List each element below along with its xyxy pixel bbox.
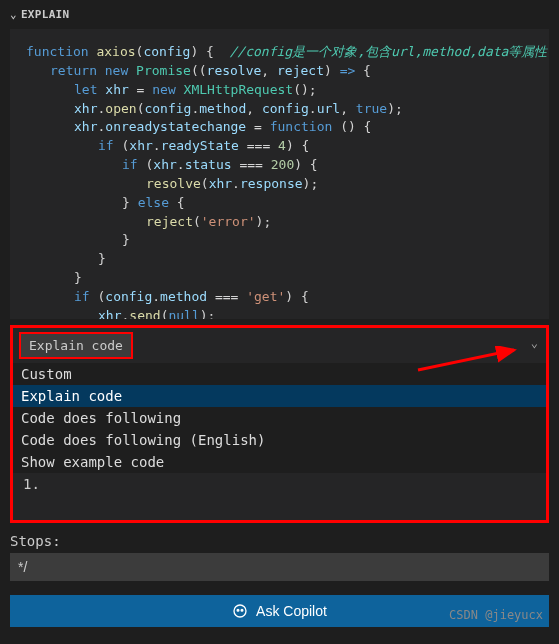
footer-text: www.toymoban.com 网络图片仅供演示，与内容、如有侵权请及时联系。 [0, 637, 559, 644]
code-line[interactable]: reject('error'); [26, 213, 541, 232]
dropdown-header[interactable]: Explain code ⌄ [13, 328, 546, 363]
copilot-icon [232, 603, 248, 619]
stops-label: Stops: [10, 533, 549, 549]
chevron-down-icon: ⌄ [10, 8, 17, 21]
prompt-dropdown-container: Explain code ⌄ CustomExplain codeCode do… [10, 325, 549, 523]
dropdown-footnote: 1. [13, 473, 546, 520]
dropdown-option[interactable]: Explain code [13, 385, 546, 407]
panel-header[interactable]: ⌄ EXPLAIN [10, 4, 549, 29]
ask-copilot-label: Ask Copilot [256, 603, 327, 619]
code-line[interactable]: resolve(xhr.response); [26, 175, 541, 194]
svg-point-2 [237, 609, 239, 611]
annotation-arrow [414, 346, 524, 374]
svg-line-0 [418, 350, 514, 370]
dropdown-option[interactable]: Code does following (English) [13, 429, 546, 451]
code-line[interactable]: if (xhr.readyState === 4) { [26, 137, 541, 156]
dropdown-option[interactable]: Code does following [13, 407, 546, 429]
code-line[interactable]: return new Promise((resolve, reject) => … [26, 62, 541, 81]
code-line[interactable]: function axios(config) { //config是一个对象,包… [26, 43, 541, 62]
svg-point-3 [241, 609, 243, 611]
code-line[interactable]: xhr.open(config.method, config.url, true… [26, 100, 541, 119]
dropdown-options: CustomExplain codeCode does followingCod… [13, 363, 546, 473]
chevron-down-icon: ⌄ [531, 336, 538, 350]
panel-title: EXPLAIN [21, 8, 69, 21]
code-line[interactable]: if (xhr.status === 200) { [26, 156, 541, 175]
code-line[interactable]: if (config.method === 'get') { [26, 288, 541, 307]
code-line[interactable]: } [26, 269, 541, 288]
dropdown-option[interactable]: Show example code [13, 451, 546, 473]
code-line[interactable]: xhr.send(null); [26, 307, 541, 319]
code-line[interactable]: let xhr = new XMLHttpRequest(); [26, 81, 541, 100]
watermark: CSDN @jieyucx [449, 608, 543, 622]
code-editor[interactable]: function axios(config) { //config是一个对象,包… [10, 29, 549, 319]
code-line[interactable]: } [26, 250, 541, 269]
code-line[interactable]: xhr.onreadystatechange = function () { [26, 118, 541, 137]
code-line[interactable]: } else { [26, 194, 541, 213]
code-line[interactable]: } [26, 231, 541, 250]
svg-point-1 [234, 605, 246, 617]
dropdown-selected[interactable]: Explain code [19, 332, 133, 359]
stops-input[interactable] [10, 553, 549, 581]
